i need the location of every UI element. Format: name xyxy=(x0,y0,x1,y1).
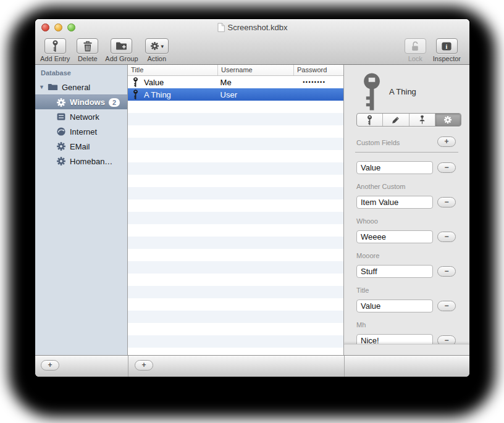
add-group-button[interactable]: Add Group xyxy=(105,38,138,62)
lock-button[interactable]: Lock xyxy=(405,38,426,62)
empty-row[interactable] xyxy=(128,199,343,212)
custom-field-input[interactable] xyxy=(356,299,433,312)
remove-custom-field-button[interactable]: − xyxy=(437,197,456,207)
sidebar-item-general[interactable]: ▼General xyxy=(35,80,127,94)
add-entry-button[interactable]: Add Entry xyxy=(40,38,70,62)
sidebar-item-homeban[interactable]: Homeban… xyxy=(35,154,127,169)
gear-icon xyxy=(56,156,66,166)
trash-icon xyxy=(83,41,93,52)
cell-password: •••••••• xyxy=(293,79,343,85)
add-group-footer-button[interactable]: + xyxy=(41,360,59,371)
pencil-icon xyxy=(392,116,400,124)
delete-button[interactable]: Delete xyxy=(77,38,98,62)
empty-row[interactable] xyxy=(128,150,343,162)
key-icon xyxy=(52,40,59,52)
minimize-button[interactable] xyxy=(54,23,62,31)
inspector-panel: A Thing Custom Fields xyxy=(344,65,469,355)
empty-row[interactable] xyxy=(128,101,343,113)
main-area: Database ▼GeneralWindows2NetworkInternet… xyxy=(35,65,469,355)
disclosure-triangle-icon[interactable]: ▼ xyxy=(39,84,48,90)
empty-row[interactable] xyxy=(128,125,343,138)
delete-label: Delete xyxy=(78,55,98,62)
remove-custom-field-button[interactable]: − xyxy=(437,301,456,311)
toolbar: Add Entry Delete Add Group ▾ Action xyxy=(35,35,469,65)
action-label: Action xyxy=(147,55,166,62)
empty-row[interactable] xyxy=(128,138,343,150)
custom-field-label: Mooore xyxy=(356,252,379,259)
empty-row[interactable] xyxy=(128,162,343,175)
empty-row[interactable] xyxy=(128,261,343,274)
sidebar-item-internet[interactable]: Internet xyxy=(35,124,127,139)
empty-row[interactable] xyxy=(128,237,343,249)
add-entry-footer-button[interactable]: + xyxy=(135,360,153,371)
empty-row[interactable] xyxy=(128,224,343,237)
globe-icon xyxy=(56,127,66,136)
table-header: Title Username Password xyxy=(128,65,343,76)
empty-row[interactable] xyxy=(128,298,343,311)
key-icon xyxy=(367,115,372,125)
custom-field-input[interactable] xyxy=(356,265,433,278)
sidebar-item-network[interactable]: Network xyxy=(35,109,127,124)
table-body: ValueMe••••••••A ThingUser xyxy=(128,76,343,355)
window-chrome: Screenshot.kdbx Add Entry Delete Add Gro… xyxy=(35,19,469,65)
inspector-button[interactable]: Inspector xyxy=(433,38,461,62)
column-header-username[interactable]: Username xyxy=(217,65,293,75)
empty-row[interactable] xyxy=(128,274,343,286)
tab-general[interactable] xyxy=(357,114,382,126)
window-title-area: Screenshot.kdbx xyxy=(217,23,288,32)
table-row[interactable]: A ThingUser xyxy=(128,88,343,101)
info-icon xyxy=(441,41,452,51)
table-row[interactable]: ValueMe•••••••• xyxy=(128,76,343,88)
add-group-label: Add Group xyxy=(105,55,138,62)
app-window: Screenshot.kdbx Add Entry Delete Add Gro… xyxy=(35,19,469,377)
custom-fields-heading: Custom Fields xyxy=(356,139,400,146)
custom-field-label: Title xyxy=(356,287,369,294)
empty-row[interactable] xyxy=(128,311,343,323)
tab-custom-fields[interactable] xyxy=(435,114,461,126)
remove-custom-field-button[interactable]: − xyxy=(437,266,456,277)
custom-field-label: Another Custom xyxy=(356,183,405,190)
empty-row[interactable] xyxy=(128,113,343,125)
titlebar[interactable]: Screenshot.kdbx xyxy=(35,19,469,35)
tab-notes[interactable] xyxy=(382,114,408,126)
sidebar-item-windows[interactable]: Windows2 xyxy=(35,94,127,109)
sidebar-item-label: Network xyxy=(70,112,99,122)
custom-field-input[interactable] xyxy=(356,161,433,174)
add-custom-field-button[interactable]: + xyxy=(437,136,456,147)
empty-row[interactable] xyxy=(128,335,343,348)
column-header-title[interactable]: Title xyxy=(128,65,217,75)
sidebar-item-label: General xyxy=(62,83,90,92)
empty-row[interactable] xyxy=(128,249,343,261)
column-header-password[interactable]: Password xyxy=(293,65,343,75)
traffic-lights xyxy=(41,23,75,31)
cell-username: User xyxy=(217,90,293,99)
inspector-tabs xyxy=(356,113,461,127)
sidebar-item-email[interactable]: EMail xyxy=(35,139,127,154)
empty-row[interactable] xyxy=(128,212,343,224)
custom-field-label: Whooo xyxy=(356,217,378,225)
custom-field-input[interactable] xyxy=(356,196,433,209)
lock-open-icon xyxy=(410,41,420,52)
entry-title: A Thing xyxy=(389,87,416,96)
remove-custom-field-button[interactable]: − xyxy=(437,162,456,173)
action-button[interactable]: ▾ Action xyxy=(145,38,169,62)
zoom-button[interactable] xyxy=(67,23,75,31)
empty-row[interactable] xyxy=(128,323,343,335)
empty-row[interactable] xyxy=(128,348,343,355)
inspector-clip-edge xyxy=(344,344,469,355)
lock-label: Lock xyxy=(408,55,422,62)
gear-icon xyxy=(443,115,452,124)
tab-attachments[interactable] xyxy=(409,114,435,126)
add-entry-label: Add Entry xyxy=(40,55,70,62)
empty-row[interactable] xyxy=(128,286,343,298)
gear-icon xyxy=(56,141,66,151)
custom-field-input[interactable] xyxy=(356,230,433,243)
empty-row[interactable] xyxy=(128,187,343,199)
entry-table: Title Username Password ValueMe••••••••A… xyxy=(128,65,344,355)
remove-custom-field-button[interactable]: − xyxy=(437,232,456,242)
empty-row[interactable] xyxy=(128,175,343,187)
gear-icon xyxy=(56,98,66,107)
window-title: Screenshot.kdbx xyxy=(228,23,288,32)
cell-title: A Thing xyxy=(128,90,217,99)
close-button[interactable] xyxy=(41,23,49,31)
